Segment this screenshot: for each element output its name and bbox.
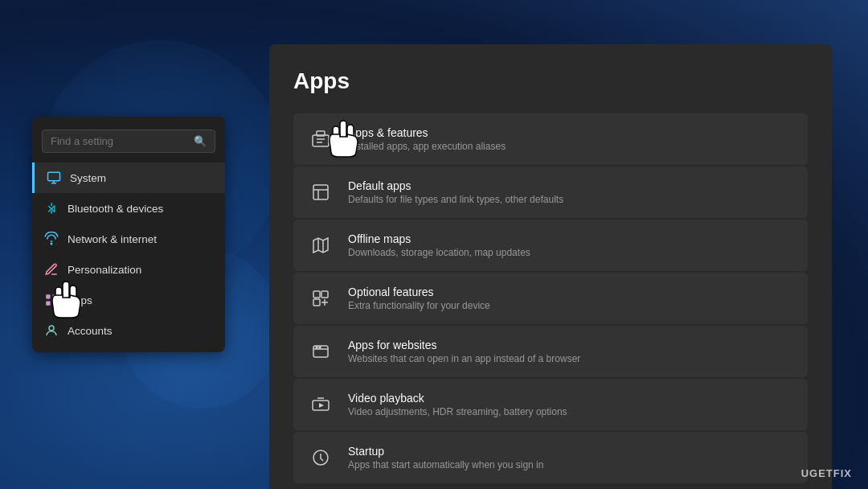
default-apps-desc: Defaults for file types and link types, … xyxy=(348,194,563,205)
video-playback-icon xyxy=(306,390,335,419)
watermark-text: UGETFIX xyxy=(801,467,852,479)
sidebar-item-system-label: System xyxy=(70,172,106,184)
svg-point-25 xyxy=(316,347,317,348)
apps-websites-title: Apps for websites xyxy=(348,339,580,351)
default-apps-text: Default apps Defaults for file types and… xyxy=(348,179,563,205)
default-apps-title: Default apps xyxy=(348,179,563,192)
video-playback-title: Video playback xyxy=(348,392,567,405)
startup-icon xyxy=(306,443,335,472)
settings-list: Apps & features Installed apps, app exec… xyxy=(293,113,808,483)
search-input[interactable] xyxy=(51,135,194,147)
svg-rect-34 xyxy=(340,121,346,138)
sidebar-item-system[interactable]: System xyxy=(32,162,225,193)
search-icon: 🔍 xyxy=(194,135,207,147)
sidebar-item-network-label: Network & internet xyxy=(68,233,157,245)
offline-maps-text: Offline maps Downloads, storage location… xyxy=(348,232,530,258)
svg-point-10 xyxy=(49,326,54,331)
settings-item-optional-features[interactable]: Optional features Extra functionality fo… xyxy=(293,273,808,324)
apps-features-title: Apps & features xyxy=(348,126,506,139)
sidebar-item-bluetooth-label: Bluetooth & devices xyxy=(68,203,163,215)
optional-features-title: Optional features xyxy=(348,286,490,298)
settings-item-video-playback[interactable]: Video playback Video adjustments, HDR st… xyxy=(293,379,808,430)
sidebar-item-accounts-label: Accounts xyxy=(68,325,113,337)
cursor-sidebar xyxy=(48,277,84,325)
startup-desc: Apps that start automatically when you s… xyxy=(348,459,543,471)
svg-rect-19 xyxy=(313,291,320,298)
startup-title: Startup xyxy=(348,445,543,458)
main-content: Apps Apps & features Installed apps, app… xyxy=(269,44,832,489)
svg-marker-28 xyxy=(319,403,324,408)
optional-features-icon xyxy=(306,284,335,313)
bluetooth-icon xyxy=(43,200,59,216)
settings-item-apps-features[interactable]: Apps & features Installed apps, app exec… xyxy=(293,113,808,165)
svg-rect-31 xyxy=(63,281,69,299)
sidebar-item-bluetooth[interactable]: Bluetooth & devices xyxy=(32,193,225,224)
system-icon xyxy=(46,170,62,186)
sidebar-item-personalization-label: Personalization xyxy=(68,264,141,276)
watermark: UGETFIX xyxy=(801,467,852,479)
accounts-icon xyxy=(43,323,59,339)
cursor-apps-features xyxy=(326,117,362,164)
sidebar-item-network[interactable]: Network & internet xyxy=(32,224,225,254)
svg-point-5 xyxy=(51,243,52,244)
default-apps-icon xyxy=(306,178,335,207)
optional-features-desc: Extra functionality for your device xyxy=(348,300,490,311)
startup-text: Startup Apps that start automatically wh… xyxy=(348,445,543,471)
svg-marker-16 xyxy=(313,238,328,253)
video-playback-text: Video playback Video adjustments, HDR st… xyxy=(348,392,567,417)
network-icon xyxy=(43,231,59,247)
offline-maps-icon xyxy=(306,231,335,260)
settings-item-default-apps[interactable]: Default apps Defaults for file types and… xyxy=(293,166,808,218)
svg-rect-15 xyxy=(313,185,328,199)
settings-item-startup[interactable]: Startup Apps that start automatically wh… xyxy=(293,432,808,483)
personalization-icon xyxy=(43,261,59,277)
settings-item-offline-maps[interactable]: Offline maps Downloads, storage location… xyxy=(293,220,808,271)
svg-rect-20 xyxy=(321,291,328,298)
svg-point-26 xyxy=(319,347,321,348)
offline-maps-title: Offline maps xyxy=(348,232,530,245)
svg-rect-0 xyxy=(48,172,60,181)
page-title: Apps xyxy=(293,68,808,94)
apps-websites-desc: Websites that can open in an app instead… xyxy=(348,353,580,364)
settings-item-apps-websites[interactable]: Apps for websites Websites that can open… xyxy=(293,326,808,377)
offline-maps-desc: Downloads, storage location, map updates xyxy=(348,247,530,258)
svg-rect-21 xyxy=(313,299,320,306)
apps-features-desc: Installed apps, app execution aliases xyxy=(348,141,506,152)
video-playback-desc: Video adjustments, HDR streaming, batter… xyxy=(348,406,567,417)
apps-websites-icon xyxy=(306,337,335,366)
search-box[interactable]: 🔍 xyxy=(42,129,215,153)
apps-features-text: Apps & features Installed apps, app exec… xyxy=(348,126,506,152)
optional-features-text: Optional features Extra functionality fo… xyxy=(348,286,490,311)
apps-websites-text: Apps for websites Websites that can open… xyxy=(348,339,580,364)
